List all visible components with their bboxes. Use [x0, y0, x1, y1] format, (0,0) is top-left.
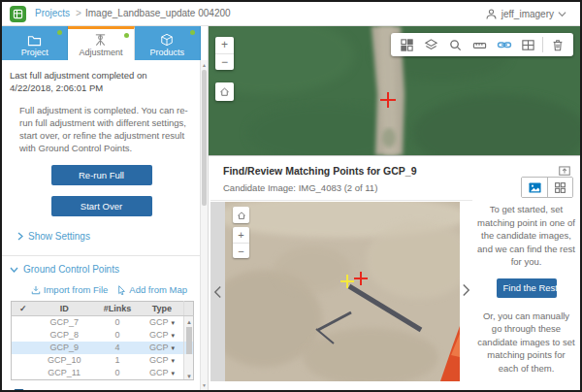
start-over-button[interactable]: Start Over — [51, 196, 152, 216]
map-zoom-in-button[interactable]: + — [215, 37, 234, 53]
table-scroll-thumb[interactable] — [186, 327, 192, 354]
type-caret-icon: ▾ — [171, 357, 175, 364]
scroll-up-icon[interactable]: ▲ — [186, 319, 192, 325]
import-icon — [31, 285, 41, 295]
table-scrollbar-top[interactable] — [184, 302, 194, 316]
grid-view-button[interactable] — [547, 178, 572, 197]
tab-adjustment-label: Adjustment — [79, 48, 122, 57]
instruction-start-text: To get started, set matching point in on… — [477, 203, 575, 269]
candidate-image-content — [225, 202, 460, 381]
cube-icon — [160, 33, 174, 47]
find-review-panel: Find/Review Matching Points for GCP_9 Ca… — [209, 155, 580, 392]
type-dropdown[interactable]: GCP▾ — [141, 329, 184, 342]
map-toolbar — [391, 33, 573, 56]
tab-adjustment[interactable]: Adjustment — [68, 26, 134, 60]
folder-icon — [27, 34, 42, 47]
type-dropdown[interactable]: GCP▾ — [141, 367, 184, 379]
header-links[interactable]: #Links — [94, 302, 141, 316]
user-menu[interactable]: jeff_imagery — [485, 6, 566, 22]
user-icon — [485, 8, 498, 20]
type-dropdown[interactable]: GCP▾ — [141, 342, 184, 354]
delete-button[interactable] — [545, 33, 569, 56]
gcp-link-tool-button[interactable] — [492, 33, 516, 56]
panel-scroll-thumb[interactable] — [202, 70, 207, 206]
image-footprints-button[interactable] — [395, 33, 419, 56]
rerun-full-button[interactable]: Re-run Full — [51, 165, 152, 185]
left-panel: Project Adjustment — [2, 26, 209, 390]
panel-scroll-down-icon[interactable]: ▼ — [201, 382, 208, 388]
gcp-table-row[interactable]: GCP_10 1 GCP▾ — [12, 354, 194, 367]
header-id[interactable]: ID — [34, 302, 94, 316]
show-settings-toggle[interactable]: Show Settings — [17, 231, 201, 242]
breadcrumb-projects-link[interactable]: Projects — [35, 8, 70, 18]
add-from-map-link[interactable]: Add from Map — [117, 284, 187, 295]
tab-project-label: Project — [21, 48, 48, 57]
map-view[interactable]: + − — [209, 26, 580, 155]
find-the-rest-button[interactable]: Find the Rest — [497, 278, 557, 298]
single-view-button[interactable] — [522, 178, 547, 197]
adjustment-description: Full adjustment is completed. You can re… — [19, 104, 189, 154]
show-gcp-details-label: Show GCP Details — [30, 389, 107, 391]
candidate-image-viewer: + − — [210, 200, 472, 380]
panel-scroll-up-icon[interactable]: ▲ — [201, 62, 208, 68]
import-from-file-link[interactable]: Import from File — [31, 284, 109, 295]
map-home-button[interactable] — [215, 82, 234, 101]
candidate-image-label: Candidate Image: IMG_4083 (2 of 11) — [223, 182, 377, 193]
last-adjustment-text: Last full adjustment completed on 4/22/2… — [10, 69, 191, 94]
find-review-title: Find/Review Matching Points for GCP_9 — [223, 165, 417, 177]
user-chevron-down-icon — [558, 11, 566, 17]
theodolite-icon — [93, 33, 108, 47]
cursor-icon — [117, 285, 126, 295]
view-mode-toggle — [521, 177, 573, 198]
candidate-image[interactable]: + − — [225, 202, 460, 381]
measure-button[interactable] — [468, 33, 492, 56]
breadcrumb-project-name: Image_Landbase_update 004200 — [85, 8, 231, 18]
chevron-right-icon — [17, 232, 23, 241]
check-icon: ✓ — [12, 302, 35, 316]
image-zoom-in-button[interactable]: + — [233, 227, 249, 243]
breadcrumb-separator: > — [76, 8, 81, 18]
previous-image-button[interactable] — [210, 202, 225, 381]
scroll-down-icon[interactable]: ▼ — [184, 373, 194, 380]
gcp-table-body: GCP_7 0 GCP▾ GCP_8 0 GCP▾ GCP_ — [12, 316, 194, 379]
left-panel-scrollbar[interactable]: ▲ ▼ — [200, 60, 208, 390]
adjustment-status-dot — [124, 33, 129, 38]
show-gcp-details-checkbox[interactable]: ✓ — [14, 389, 24, 391]
image-zoom-control: + − — [233, 227, 249, 258]
type-caret-icon: ▾ — [171, 344, 175, 351]
type-caret-icon: ▾ — [171, 370, 175, 376]
gcp-table-header: ✓ ID #Links Type — [12, 302, 194, 316]
panel-tabs: Project Adjustment — [2, 26, 201, 60]
gcp-table-row[interactable]: GCP_9 4 GCP▾ — [12, 342, 194, 354]
image-zoom-out-button[interactable]: − — [233, 243, 249, 258]
tab-products[interactable]: Products — [135, 26, 201, 60]
toolbar-divider — [542, 37, 543, 52]
instruction-manual-text: Or, you can manually go through these ca… — [477, 310, 575, 376]
tab-project[interactable]: Project — [2, 26, 68, 60]
attribute-table-button[interactable] — [516, 33, 540, 56]
esri-logo-icon — [10, 6, 26, 22]
gcp-table-scrollbar[interactable]: ▲ ▼ — [184, 318, 194, 380]
app-window: Projects > Image_Landbase_update 004200 … — [0, 0, 582, 392]
type-caret-icon: ▾ — [171, 319, 175, 326]
gcp-table-row[interactable]: GCP_11 0 GCP▾ — [12, 367, 194, 379]
search-button[interactable] — [443, 33, 468, 56]
top-bar: Projects > Image_Landbase_update 004200 … — [2, 2, 580, 26]
tab-products-label: Products — [150, 48, 185, 57]
next-image-button[interactable] — [462, 282, 470, 298]
panel-collapse-icon[interactable] — [558, 163, 571, 177]
layers-button[interactable] — [419, 33, 443, 56]
matching-instructions: To get started, set matching point in on… — [477, 203, 575, 375]
type-dropdown[interactable]: GCP▾ — [141, 354, 184, 367]
gcp-section-title: Ground Control Points — [23, 264, 119, 275]
user-name: jeff_imagery — [501, 9, 554, 19]
gcp-table-row[interactable]: GCP_8 0 GCP▾ — [12, 329, 194, 342]
gcp-section-toggle[interactable]: Ground Control Points — [10, 264, 201, 275]
gcp-table-row[interactable]: GCP_7 0 GCP▾ — [12, 316, 194, 329]
map-zoom-out-button[interactable]: − — [215, 53, 234, 70]
image-home-button[interactable] — [233, 207, 249, 223]
chevron-down-icon — [10, 267, 18, 273]
header-type[interactable]: Type — [141, 302, 184, 316]
type-dropdown[interactable]: GCP▾ — [141, 316, 184, 329]
show-settings-label: Show Settings — [28, 231, 90, 242]
